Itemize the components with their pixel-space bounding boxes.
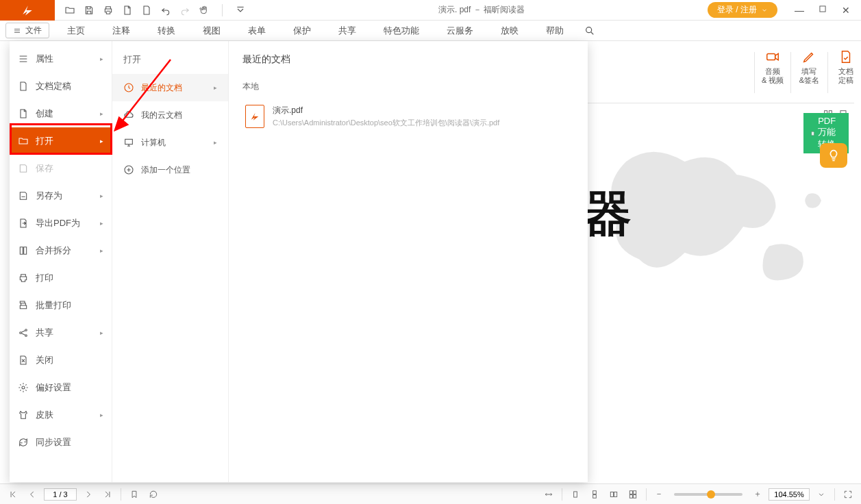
- fill-sign-button[interactable]: 填写&签名: [794, 49, 824, 85]
- doc-finalize-button[interactable]: 文档定稿: [831, 49, 861, 85]
- svg-rect-24: [629, 494, 632, 498]
- zoom-out-button[interactable]: －: [652, 487, 666, 501]
- qa-dropdown-icon[interactable]: [235, 5, 246, 16]
- zoom-slider-thumb[interactable]: [707, 490, 715, 499]
- last-page-button[interactable]: [100, 488, 115, 501]
- zoom-slider[interactable]: [674, 493, 743, 496]
- bookmark-button[interactable]: [127, 488, 142, 501]
- hint-bulb-button[interactable]: [820, 143, 847, 168]
- redo-icon[interactable]: [179, 5, 190, 16]
- svg-point-10: [25, 335, 27, 337]
- maximize-button[interactable]: [817, 4, 828, 16]
- next-page-button[interactable]: [81, 488, 96, 501]
- undo-icon[interactable]: [160, 5, 171, 16]
- save-icon[interactable]: [84, 5, 95, 16]
- prev-page-button[interactable]: [25, 488, 40, 501]
- single-page-view-button[interactable]: [568, 488, 583, 501]
- fit-width-button[interactable]: [541, 488, 556, 501]
- window-controls: — ✕: [784, 4, 861, 16]
- menu-open[interactable]: 打开▸: [10, 127, 112, 155]
- tab-view[interactable]: 视图: [189, 21, 234, 40]
- document-viewport[interactable]: PDF万能转换 器: [584, 103, 854, 482]
- svg-rect-25: [634, 494, 636, 498]
- close-doc-icon: [18, 355, 29, 366]
- open-recent[interactable]: 最近的文档▸: [112, 74, 228, 101]
- first-page-button[interactable]: [5, 488, 21, 501]
- menu-share[interactable]: 共享▸: [10, 319, 112, 346]
- hand-tool-icon[interactable]: [199, 5, 210, 16]
- menu-sync-settings[interactable]: 同步设置: [10, 429, 112, 456]
- window-title: 演示. pdf － 福昕阅读器: [255, 4, 708, 16]
- doc-check-icon: [838, 49, 853, 64]
- tab-protect[interactable]: 保护: [279, 21, 325, 40]
- menu-skin[interactable]: 皮肤▸: [10, 401, 112, 429]
- chevron-down-icon: [761, 7, 768, 14]
- recent-file-item[interactable]: 演示.pdf C:\Users\Administrator\Desktop\se…: [242, 101, 574, 132]
- menu-preferences[interactable]: 偏好设置: [10, 374, 112, 401]
- foxit-logo-icon: [21, 4, 34, 16]
- recent-local-label: 本地: [242, 81, 574, 92]
- svg-rect-20: [610, 492, 613, 496]
- tab-special[interactable]: 特色功能: [370, 21, 433, 40]
- menu-export-pdf[interactable]: 导出PDF为▸: [10, 210, 112, 237]
- menu-create[interactable]: 创建▸: [10, 100, 112, 127]
- minimize-button[interactable]: —: [794, 5, 805, 16]
- open-icon[interactable]: [64, 5, 75, 16]
- facing-view-button[interactable]: [606, 488, 621, 501]
- svg-rect-2: [767, 53, 775, 60]
- tab-home[interactable]: 主页: [53, 21, 99, 40]
- svg-rect-13: [125, 139, 133, 144]
- continuous-facing-button[interactable]: [625, 488, 640, 501]
- menu-doc-finalize[interactable]: 文档定稿: [10, 73, 112, 100]
- plus-circle-icon: [123, 164, 134, 175]
- ribbon-right-group: 音频& 视频 填写&签名 文档定稿: [751, 41, 861, 96]
- continuous-view-button[interactable]: [587, 488, 602, 501]
- print-icon[interactable]: [103, 5, 114, 16]
- file-tab[interactable]: 文件: [5, 23, 49, 38]
- page-number-input[interactable]: [44, 488, 77, 501]
- fullscreen-button[interactable]: [840, 488, 856, 501]
- svg-rect-21: [614, 492, 617, 496]
- open-my-cloud[interactable]: 我的云文档: [112, 101, 228, 129]
- login-register-button[interactable]: 登录 / 注册: [708, 2, 777, 18]
- tab-convert[interactable]: 转换: [144, 21, 189, 40]
- export-icon: [18, 218, 29, 229]
- audio-video-button[interactable]: 音频& 视频: [758, 49, 788, 85]
- open-add-place[interactable]: 添加一个位置: [112, 156, 228, 184]
- recent-title: 最近的文档: [242, 53, 574, 66]
- svg-rect-23: [634, 490, 636, 494]
- search-button[interactable]: [577, 21, 602, 40]
- menu-merge-split[interactable]: 合并拆分▸: [10, 237, 112, 264]
- menu-save: 保存: [10, 155, 112, 182]
- doc-lock-icon: [18, 81, 29, 92]
- tab-help[interactable]: 帮助: [532, 21, 577, 40]
- file-menu-column: 属性▸ 文档定稿 创建▸ 打开▸ 保存 另存为▸ 导出PDF为▸ 合并拆分▸: [10, 41, 112, 482]
- tab-play[interactable]: 放映: [487, 21, 532, 40]
- menu-print[interactable]: 打印: [10, 264, 112, 292]
- recent-file-path: C:\Users\Administrator\Desktop\seo软文工作培训…: [273, 118, 499, 128]
- menu-batch-print[interactable]: 批量打印: [10, 292, 112, 319]
- zoom-input[interactable]: [769, 488, 810, 501]
- new-doc-icon[interactable]: [122, 5, 133, 16]
- zoom-in-button[interactable]: ＋: [751, 487, 764, 501]
- menu-properties[interactable]: 属性▸: [10, 45, 112, 73]
- app-logo: [0, 0, 55, 21]
- merge-icon: [18, 245, 29, 256]
- tab-share[interactable]: 共享: [325, 21, 370, 40]
- file-menu-panel: 属性▸ 文档定稿 创建▸ 打开▸ 保存 另存为▸ 导出PDF为▸ 合并拆分▸: [10, 41, 588, 482]
- open-submenu-title: 打开: [112, 53, 228, 74]
- menu-close[interactable]: 关闭: [10, 346, 112, 374]
- settings-icon: [18, 382, 29, 393]
- tab-cloud[interactable]: 云服务: [433, 21, 487, 40]
- menu-save-as[interactable]: 另存为▸: [10, 182, 112, 210]
- tab-form[interactable]: 表单: [234, 21, 279, 40]
- open-computer[interactable]: 计算机▸: [112, 129, 228, 156]
- tab-annotate[interactable]: 注释: [99, 21, 144, 40]
- close-button[interactable]: ✕: [840, 5, 851, 16]
- title-bar: 演示. pdf － 福昕阅读器 登录 / 注册 — ✕: [0, 0, 861, 21]
- new-blank-icon[interactable]: [141, 5, 152, 16]
- clock-icon: [123, 82, 134, 93]
- zoom-dropdown-button[interactable]: [814, 488, 829, 501]
- ribbon-tabs: 文件 主页 注释 转换 视图 表单 保护 共享 特色功能 云服务 放映 帮助: [0, 21, 861, 41]
- rotate-button[interactable]: [146, 488, 161, 501]
